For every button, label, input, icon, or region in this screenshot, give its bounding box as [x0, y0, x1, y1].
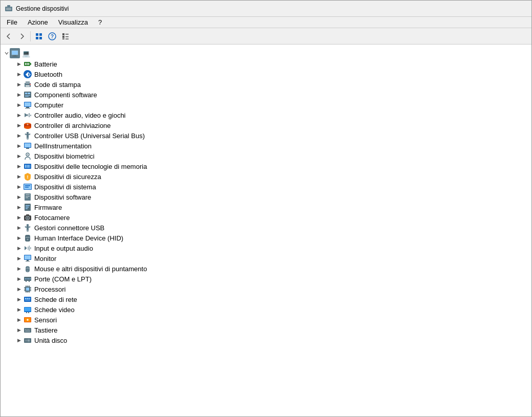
svg-rect-128 [28, 312, 29, 313]
label-schede-video: Schede video [34, 306, 75, 314]
chevron-porte[interactable] [15, 275, 23, 283]
svg-rect-30 [24, 92, 31, 98]
tree-item-processori[interactable]: Processori [13, 284, 529, 294]
chevron-io-audio[interactable] [15, 244, 23, 252]
tree-item-hid[interactable]: Human Interface Device (HID) [13, 233, 529, 243]
svg-rect-135 [28, 329, 29, 330]
chevron-sicurezza[interactable] [15, 172, 23, 181]
tree-item-io-audio[interactable]: Input e output audio [13, 243, 529, 253]
toolbar: ? [1, 28, 531, 45]
tree-item-sicurezza[interactable]: ! Dispositivi di sicurezza [13, 171, 529, 182]
tree-item-controller-arch[interactable]: Controller di archiviazione [13, 120, 529, 130]
forward-button[interactable] [16, 30, 28, 42]
chevron-componenti-sw[interactable] [15, 91, 23, 99]
chevron-fotocamere[interactable] [15, 213, 23, 222]
tree-item-firmware[interactable]: Firmware [13, 202, 529, 212]
detail-view-button[interactable] [59, 30, 72, 42]
tree-item-biometrici[interactable]: Dispositivi biometrici [13, 151, 529, 161]
tree-item-fotocamere[interactable]: Fotocamere [13, 212, 529, 223]
chevron-memoria[interactable] [15, 162, 23, 170]
tree-item-controller-audio[interactable]: Controller audio, video e giochi [13, 110, 529, 120]
svg-point-131 [27, 319, 29, 321]
chevron-firmware[interactable] [15, 203, 23, 211]
tree-item-gestori-usb[interactable]: Gestori connettore USB [13, 223, 529, 233]
chevron-dell[interactable] [15, 142, 23, 150]
svg-rect-66 [25, 187, 29, 188]
icon-schede-video [23, 305, 32, 314]
chevron-controller-audio[interactable] [15, 111, 23, 119]
chevron-sensori[interactable] [15, 316, 23, 324]
svg-rect-42 [30, 115, 31, 116]
svg-rect-40 [27, 114, 28, 116]
menu-azione[interactable]: Azione [24, 17, 52, 27]
tree-item-memoria[interactable]: Dispositivi delle tecnologie di memoria [13, 161, 529, 171]
chevron-monitor[interactable] [15, 254, 23, 262]
chevron-unita-disco[interactable] [15, 336, 23, 344]
tree-item-bluetooth[interactable]: ⬖ Bluetooth [13, 69, 529, 79]
tree-item-schede-video[interactable]: Schede video [13, 304, 529, 315]
label-computer: Computer [34, 101, 63, 109]
tree-root-item[interactable]: 💻 [3, 48, 529, 59]
svg-rect-17 [13, 55, 16, 56]
chevron-schede-video[interactable] [15, 305, 23, 314]
tree-item-code-stampa[interactable]: Code di stampa [13, 79, 529, 90]
tree-item-componenti-sw[interactable]: Componenti software [13, 90, 529, 100]
chevron-gestori-usb[interactable] [15, 224, 23, 232]
chevron-biometrici[interactable] [15, 152, 23, 160]
chevron-mouse[interactable] [15, 265, 23, 273]
svg-rect-37 [26, 107, 29, 108]
chevron-processori[interactable] [15, 285, 23, 293]
tree-item-sensori[interactable]: Sensori [13, 315, 529, 325]
svg-rect-60 [28, 165, 29, 168]
menu-visualizza[interactable]: Visualizza [54, 17, 92, 27]
svg-rect-6 [39, 37, 42, 39]
svg-rect-68 [26, 194, 30, 195]
tree-item-batterie[interactable]: Batterie [13, 59, 529, 69]
chevron-tastiere[interactable] [15, 326, 23, 334]
tree-item-tastiere[interactable]: Tastiere [13, 325, 529, 335]
chevron-controller-arch[interactable] [15, 121, 23, 129]
tree-item-computer[interactable]: Computer [13, 100, 529, 110]
svg-rect-141 [25, 340, 27, 340]
tree-item-mouse[interactable]: Mouse e altri dispositivi di puntamento [13, 264, 529, 274]
tree-item-schede-rete[interactable]: Schede di rete [13, 294, 529, 304]
svg-rect-121 [25, 298, 27, 299]
tree-root: 💻 [1, 47, 531, 346]
tree-item-porte[interactable]: Porte (COM e LPT) [13, 274, 529, 284]
back-button[interactable] [3, 30, 15, 42]
label-controller-usb: Controller USB (Universal Serial Bus) [34, 132, 145, 140]
toolbar-separator-1 [30, 31, 31, 41]
icon-sensori [23, 315, 32, 324]
tree-item-dell[interactable]: DellInstrumentation [13, 141, 529, 151]
tree-item-monitor[interactable]: Monitor [13, 253, 529, 264]
root-expand[interactable] [4, 50, 10, 56]
chevron-computer[interactable] [15, 101, 23, 109]
label-gestori-usb: Gestori connettore USB [34, 224, 104, 232]
view-button[interactable] [33, 30, 45, 42]
tree-view[interactable]: 💻 [1, 45, 531, 416]
chevron-schede-rete[interactable] [15, 295, 23, 303]
tree-item-controller-usb[interactable]: Controller USB (Universal Serial Bus) [13, 130, 529, 141]
svg-rect-122 [27, 298, 29, 299]
label-processori: Processori [34, 286, 65, 293]
icon-batterie [23, 59, 32, 69]
svg-point-86 [27, 239, 29, 240]
tree-item-unita-disco[interactable]: Unità disco [13, 335, 529, 345]
svg-rect-73 [26, 207, 29, 208]
chevron-sw-dispositivi[interactable] [15, 193, 23, 201]
tree-item-sw-dispositivi[interactable]: Dispositivi software [13, 192, 529, 202]
chevron-code-stampa[interactable] [15, 80, 23, 89]
chevron-bluetooth[interactable] [15, 70, 23, 78]
menu-help[interactable]: ? [94, 17, 106, 27]
chevron-controller-usb[interactable] [15, 131, 23, 140]
tree-item-sistema[interactable]: Dispositivi di sistema [13, 182, 529, 192]
help-button[interactable]: ? [46, 30, 58, 42]
chevron-batterie[interactable] [15, 60, 23, 68]
content-area: 💻 [1, 45, 531, 416]
svg-point-100 [25, 278, 26, 279]
svg-rect-41 [29, 113, 30, 117]
menu-file[interactable]: File [3, 17, 21, 27]
icon-sicurezza: ! [23, 172, 32, 181]
chevron-hid[interactable] [15, 234, 23, 242]
chevron-sistema[interactable] [15, 183, 23, 191]
